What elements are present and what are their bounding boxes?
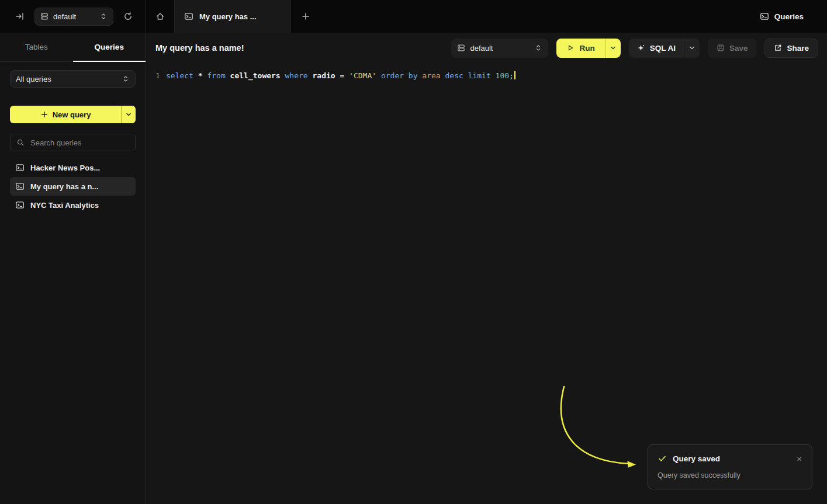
sql-token: radio xyxy=(312,71,335,80)
main-header: My query has a name! default Run xyxy=(146,33,827,63)
search-queries-box xyxy=(10,134,136,151)
query-icon xyxy=(184,12,193,21)
sql-token xyxy=(441,71,445,80)
sql-token: where xyxy=(285,71,308,80)
search-queries-input[interactable] xyxy=(29,138,129,148)
new-query-split-button: New query xyxy=(10,106,136,123)
query-title: My query has a name! xyxy=(155,43,244,53)
queries-indicator[interactable]: Queries xyxy=(760,0,827,33)
line-number: 1 xyxy=(146,70,161,81)
sql-token xyxy=(226,71,230,80)
save-button[interactable]: Save xyxy=(708,39,757,58)
sql-token: from xyxy=(207,71,225,80)
refresh-button[interactable] xyxy=(120,8,136,25)
sidebar-tabs: Tables Queries xyxy=(0,33,146,62)
sql-token xyxy=(376,71,381,80)
share-button[interactable]: Share xyxy=(764,39,818,58)
sql-token xyxy=(281,71,285,80)
play-icon xyxy=(566,44,575,52)
top-bar-left: default xyxy=(0,0,146,33)
share-icon xyxy=(774,44,782,52)
query-icon xyxy=(15,200,25,210)
content-area: Tables Queries All queries New query xyxy=(0,33,827,504)
sql-token: 'CDMA' xyxy=(349,71,376,80)
sidebar-tab-queries[interactable]: Queries xyxy=(73,33,146,62)
share-label: Share xyxy=(787,44,809,53)
queries-icon xyxy=(760,12,769,21)
collapse-sidebar-button[interactable] xyxy=(12,8,28,25)
chevron-updown-icon xyxy=(534,44,542,52)
home-button[interactable] xyxy=(146,0,174,33)
query-list: Hacker News Pos... My query has a n... N… xyxy=(10,158,136,214)
annotation-arrow xyxy=(549,377,649,477)
sql-token: desc xyxy=(445,71,463,80)
sql-ai-dropdown-button[interactable] xyxy=(684,39,700,58)
refresh-icon xyxy=(123,12,133,21)
check-icon xyxy=(658,454,667,463)
run-button[interactable]: Run xyxy=(556,39,604,58)
chevron-down-icon xyxy=(609,44,617,52)
new-query-button[interactable]: New query xyxy=(10,106,121,123)
toast-query-saved: Query saved × Query saved successfully xyxy=(648,444,812,489)
toast-close-button[interactable]: × xyxy=(796,454,802,463)
plus-icon xyxy=(301,12,310,21)
sidebar: Tables Queries All queries New query xyxy=(0,33,146,504)
query-icon xyxy=(15,182,25,191)
query-item-label: My query has a n... xyxy=(30,182,98,191)
chevron-updown-icon xyxy=(122,75,130,83)
sql-ai-label: SQL AI xyxy=(650,44,676,53)
sql-token: cell_towers xyxy=(230,71,281,80)
sql-editor[interactable]: 1 select * from cell_towers where radio … xyxy=(146,63,827,81)
query-list-item[interactable]: Hacker News Pos... xyxy=(10,158,136,177)
run-split-button: Run xyxy=(556,39,620,58)
tab-title: My query has ... xyxy=(199,12,257,21)
sql-ai-split-button: SQL AI xyxy=(629,39,700,58)
chevron-updown-icon xyxy=(99,12,108,20)
new-query-label: New query xyxy=(53,110,91,119)
top-bar-main: My query has ... Queries xyxy=(146,0,827,33)
query-icon xyxy=(15,163,25,172)
chevron-down-icon xyxy=(124,110,133,119)
sql-token: limit xyxy=(468,71,491,80)
home-icon xyxy=(155,12,165,21)
queries-indicator-label: Queries xyxy=(774,12,804,21)
toast-message: Query saved successfully xyxy=(658,471,802,479)
sidebar-body: All queries New query Hacker News Pos... xyxy=(0,62,146,223)
toast-header: Query saved × xyxy=(658,454,802,463)
sql-token: ; xyxy=(509,71,514,80)
sparkle-icon xyxy=(637,44,645,52)
main-panel: My query has a name! default Run xyxy=(146,33,827,504)
sql-token: = xyxy=(335,71,349,80)
database-select-top[interactable]: default xyxy=(34,8,113,26)
sql-code-line: select * from cell_towers where radio = … xyxy=(166,70,515,81)
tab-my-query[interactable]: My query has ... xyxy=(174,0,291,33)
sql-token xyxy=(193,71,198,80)
query-filter-select[interactable]: All queries xyxy=(10,70,136,88)
new-query-dropdown-button[interactable] xyxy=(122,106,136,123)
sql-token: select xyxy=(166,71,193,80)
run-options-button[interactable] xyxy=(605,39,621,58)
plus-icon xyxy=(40,110,49,119)
query-filter-value: All queries xyxy=(16,75,117,84)
sql-token xyxy=(463,71,468,80)
sidebar-tab-tables[interactable]: Tables xyxy=(0,33,73,62)
sql-ai-button[interactable]: SQL AI xyxy=(629,39,684,58)
query-item-label: Hacker News Pos... xyxy=(30,164,100,172)
query-list-item[interactable]: My query has a n... xyxy=(10,177,136,196)
query-item-label: NYC Taxi Analytics xyxy=(30,201,99,210)
save-label: Save xyxy=(729,44,748,53)
query-list-item[interactable]: NYC Taxi Analytics xyxy=(10,196,136,214)
database-select-main[interactable]: default xyxy=(451,39,548,58)
database-select-value: default xyxy=(53,12,95,21)
sql-token: 100 xyxy=(496,71,509,80)
top-bar: default My query has ... Queries xyxy=(0,0,827,33)
database-icon xyxy=(40,12,49,20)
sql-token: order by xyxy=(381,71,418,80)
editor-caret xyxy=(514,71,515,79)
collapse-sidebar-icon xyxy=(15,12,25,21)
new-tab-button[interactable] xyxy=(291,0,320,33)
sql-token xyxy=(491,71,496,80)
sql-token: area xyxy=(422,71,440,80)
search-icon xyxy=(16,138,25,147)
database-select-value: default xyxy=(470,44,530,53)
